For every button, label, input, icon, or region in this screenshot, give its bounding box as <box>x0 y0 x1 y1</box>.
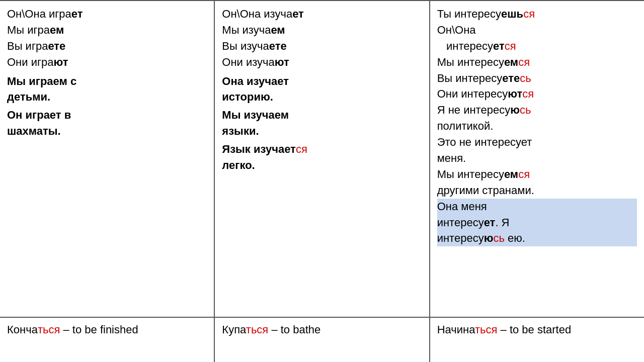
line-5: Она изучаетисторию. <box>222 73 422 106</box>
line-4: Они изучают <box>222 54 422 70</box>
line-6: Я не интересуюсь <box>437 102 637 118</box>
footer-cell-col1: Кончaться – to be finished <box>0 318 215 362</box>
line-2: Мы изучаем <box>222 22 422 38</box>
line-1: Он\Она играет <box>7 6 207 22</box>
footer-verb-sya: ся <box>257 323 268 336</box>
line-7: Язык изучаетсялегко. <box>222 141 422 173</box>
line-2: Он\Она интересуется <box>437 22 637 54</box>
line-4: Вы интересуетесь <box>437 70 637 86</box>
line-2: Мы играем <box>7 22 207 38</box>
cell-col2: Он\Она изучает Мы изучаем Вы изучаете Он… <box>215 1 430 317</box>
line-5: Они интересуются <box>437 86 637 102</box>
line-1: Он\Она изучает <box>222 6 422 22</box>
footer-verb-base: Купа <box>222 323 246 336</box>
line-1: Ты интересуешься <box>437 6 637 22</box>
line-7: политикой. <box>437 118 637 134</box>
footer-verb-base: Кончa <box>7 323 38 336</box>
line-12-highlight: Она меняинтересует. Яинтересуюсь ею. <box>437 199 637 247</box>
line-3: Вы изучаете <box>222 38 422 54</box>
footer-row: Кончaться – to be finished Купаться – to… <box>0 317 644 362</box>
line-4: Они играют <box>7 54 207 70</box>
line-5: Мы играем сдетьми. <box>7 73 207 106</box>
footer-definition: – to be started <box>497 323 571 336</box>
line-6: Он играет вшахматы. <box>7 107 207 139</box>
footer-definition: – to be finished <box>60 323 138 336</box>
line-10: Мы интересуемся <box>437 166 637 183</box>
footer-verb-sya: ся <box>486 323 498 336</box>
footer-verb-red: ть <box>475 323 486 336</box>
line-3: Мы интересуемся <box>437 54 637 70</box>
cell-col3: Ты интересуешься Он\Она интересуется Мы … <box>430 1 644 317</box>
line-6: Мы изучаемязыки. <box>222 107 422 139</box>
footer-cell-col3: Начинаться – to be started <box>430 318 644 362</box>
footer-verb-red: ть <box>38 323 49 336</box>
main-table: Он\Она играет Мы играем Вы играете Они и… <box>0 0 644 362</box>
line-11: другими странами. <box>437 183 637 199</box>
footer-verb-sya: ся <box>48 323 60 336</box>
line-8: Это не интересует <box>437 134 637 150</box>
highlight-text: Она меняинтересует. Яинтересуюсь ею. <box>437 200 525 245</box>
line-9: меня. <box>437 150 637 166</box>
footer-cell-col2: Купаться – to bathe <box>215 318 430 362</box>
line-3: Вы играете <box>7 38 207 54</box>
footer-verb-red: ть <box>246 323 257 336</box>
content-row: Он\Она играет Мы играем Вы играете Они и… <box>0 0 644 317</box>
cell-col1: Он\Она играет Мы играем Вы играете Они и… <box>0 1 215 317</box>
footer-verb-base: Начина <box>437 323 475 336</box>
footer-definition: – to bathe <box>268 323 320 336</box>
